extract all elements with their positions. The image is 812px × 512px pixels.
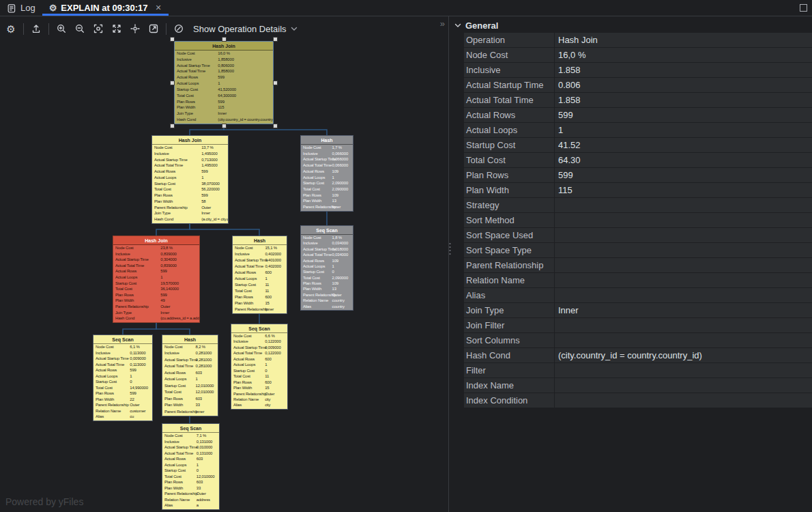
plan-node-row-label: Plan Width <box>115 298 134 302</box>
property-row-sort-columns[interactable]: Sort Columns <box>464 333 812 347</box>
property-row-hash-cond[interactable]: Hash Cond(city.country_id = country.coun… <box>464 348 812 362</box>
plan-node-row-value: (cu.address_id = a.address_id) <box>160 315 199 322</box>
plan-node-row-label: Actual Startup Time <box>233 345 267 350</box>
diagram-canvas[interactable]: Hash JoinNode Cost16,0 %Inclusive1,85800… <box>0 16 448 512</box>
plan-node-seq-scan[interactable]: Seq ScanNode Cost6,1 %Inclusive0,113000A… <box>93 335 153 421</box>
plan-node-row-label: Inclusive <box>233 339 248 343</box>
plan-node-seq-scan[interactable]: Seq ScanNode Cost7,1 %Inclusive0,131000A… <box>162 423 220 510</box>
plan-node-hash-join[interactable]: Hash JoinNode Cost13,7 %Inclusive1,49500… <box>151 135 229 224</box>
plan-node-row-value: customer <box>130 408 145 414</box>
selection-handle[interactable] <box>170 81 175 85</box>
property-row-actual-startup-time[interactable]: Actual Startup Time0.806 <box>464 78 812 92</box>
plan-node-hash-join[interactable]: Hash JoinNode Cost23,8 %Inclusive0,83900… <box>113 236 200 323</box>
open-in-new-window-button[interactable] <box>145 20 162 38</box>
fit-content-button[interactable] <box>108 20 126 38</box>
zoom-in-button[interactable] <box>53 20 70 38</box>
plan-node-hash[interactable]: HashNode Cost15,1 %Inclusive0,402000Actu… <box>232 236 287 314</box>
export-button[interactable] <box>27 20 45 38</box>
selection-handle[interactable] <box>222 37 227 42</box>
collapse-toolbar-icon[interactable]: » <box>440 18 444 29</box>
plan-node-row: Startup Cost0 <box>93 379 152 385</box>
plan-node-row-value: 49 <box>160 298 164 304</box>
selection-handle[interactable] <box>273 37 278 42</box>
property-row-sort-space-type[interactable]: Sort Space Type <box>464 243 812 257</box>
plan-node-hash-join[interactable]: Hash JoinNode Cost16,0 %Inclusive1,85800… <box>174 41 274 124</box>
plan-node-hash[interactable]: HashNode Cost8,2 %Inclusive0,281000Actua… <box>162 335 218 416</box>
plan-node-row: Node Cost15,1 % <box>233 245 287 251</box>
zoom-out-button[interactable] <box>71 20 89 38</box>
property-row-plan-rows[interactable]: Plan Rows599 <box>464 168 812 182</box>
property-row-index-name[interactable]: Index Name <box>464 378 812 393</box>
plan-node-row: Inclusive0,281000 <box>162 350 218 356</box>
property-row-node-cost[interactable]: Node Cost16,0 % <box>464 48 812 62</box>
property-row-filter[interactable]: Filter <box>464 363 812 378</box>
plan-node-row-value: Outer <box>332 292 342 298</box>
plan-node-row-label: Actual Loops <box>303 175 325 180</box>
settings-button[interactable]: ⚙ <box>2 20 20 38</box>
plan-node-row-label: Actual Loops <box>177 81 199 85</box>
compass-button[interactable] <box>170 20 188 38</box>
property-row-relation-name[interactable]: Relation Name <box>464 273 812 287</box>
plan-node-row-label: Startup Cost <box>164 468 186 472</box>
plan-node-row-label: Startup Cost <box>303 181 324 185</box>
plan-node-row-value: 0,281000 <box>196 350 212 356</box>
main-split: Hash JoinNode Cost16,0 %Inclusive1,85800… <box>0 16 812 512</box>
plan-node-row-value: 0 <box>130 379 132 385</box>
plan-node-row-label: Node Cost <box>303 236 321 240</box>
zoom-to-selection-button[interactable] <box>89 20 107 38</box>
property-row-total-cost[interactable]: Total Cost64.30 <box>464 153 812 167</box>
tab-explain[interactable]: ⚙ EXPLAIN at 09:30:17 ✕ <box>42 0 169 16</box>
plan-node-row: Actual Loops1 <box>301 264 353 269</box>
plan-node-row: Hash Cond(cu.address_id = a.address_id) <box>113 315 199 322</box>
selection-handle[interactable] <box>273 124 278 128</box>
show-operation-details-label: Show Operation Details <box>193 24 287 34</box>
property-row-alias[interactable]: Alias <box>464 288 812 302</box>
selection-handle[interactable] <box>222 124 227 128</box>
plan-node-row-value: 603 <box>197 456 203 462</box>
property-row-join-type[interactable]: Join TypeInner <box>464 303 812 317</box>
plan-node-hash[interactable]: HashNode Cost1,7 %Inclusive0,066000Actua… <box>300 135 353 212</box>
plan-node-row-value: 1 <box>332 175 334 181</box>
property-row-sort-space-used[interactable]: Sort Space Used <box>464 228 812 242</box>
property-row-sort-method[interactable]: Sort Method <box>464 213 812 227</box>
property-row-actual-rows[interactable]: Actual Rows599 <box>464 108 812 122</box>
show-operation-details-button[interactable]: Show Operation Details <box>188 24 302 34</box>
property-row-operation[interactable]: OperationHash Join <box>464 33 812 47</box>
property-row-inclusive[interactable]: Inclusive1.858 <box>464 63 812 77</box>
plan-node-seq-scan[interactable]: Seq ScanNode Cost6,6 %Inclusive0,122000A… <box>231 324 288 410</box>
plan-node-title: Hash Join <box>152 136 228 145</box>
plan-node-row: Actual Startup Time0,304000 <box>113 257 199 263</box>
app-window: Log ⚙ EXPLAIN at 09:30:17 ✕ Hash JoinNod… <box>0 0 812 512</box>
yfiles-watermark: Powered by yFiles <box>5 496 83 507</box>
plan-node-row-value: 0,066000 <box>332 162 348 169</box>
property-label: Relation Name <box>464 273 555 287</box>
property-row-startup-cost[interactable]: Startup Cost41.52 <box>464 138 812 152</box>
property-row-actual-loops[interactable]: Actual Loops1 <box>464 123 812 137</box>
plan-node-row-value: 0,304000 <box>160 257 176 263</box>
plan-node-seq-scan[interactable]: Seq ScanNode Cost1,8 %Inclusive0,034000A… <box>300 225 353 311</box>
plan-node-row-label: Node Cost <box>303 145 321 150</box>
plan-node-row-value: Outer <box>130 402 139 408</box>
plan-node-row-value: 15 <box>265 385 269 390</box>
center-view-button[interactable] <box>126 20 144 38</box>
property-row-join-filter[interactable]: Join Filter <box>464 318 812 332</box>
tab-log[interactable]: Log <box>0 0 42 16</box>
property-row-parent-relationship[interactable]: Parent Relationship <box>464 258 812 272</box>
window-maximize-icon[interactable] <box>794 0 812 16</box>
plan-node-row-value: 12,010000 <box>196 389 214 395</box>
tab-log-label: Log <box>20 3 35 13</box>
property-label: Node Cost <box>464 48 555 62</box>
panel-resize-grip[interactable] <box>449 242 452 259</box>
properties-section-general[interactable]: General <box>449 18 812 33</box>
property-row-strategy[interactable]: Strategy <box>464 198 812 212</box>
plan-node-row: Actual Loops1 <box>301 175 353 181</box>
selection-handle[interactable] <box>170 37 175 42</box>
property-row-index-condition[interactable]: Index Condition <box>464 393 812 408</box>
fit-content-icon <box>111 23 122 34</box>
selection-handle[interactable] <box>273 81 278 85</box>
property-row-actual-total-time[interactable]: Actual Total Time1.858 <box>464 93 812 107</box>
property-row-plan-width[interactable]: Plan Width115 <box>464 183 812 197</box>
close-tab-icon[interactable]: ✕ <box>156 3 162 12</box>
plan-node-row: Startup Cost38,070000 <box>152 181 228 187</box>
selection-handle[interactable] <box>170 124 175 128</box>
